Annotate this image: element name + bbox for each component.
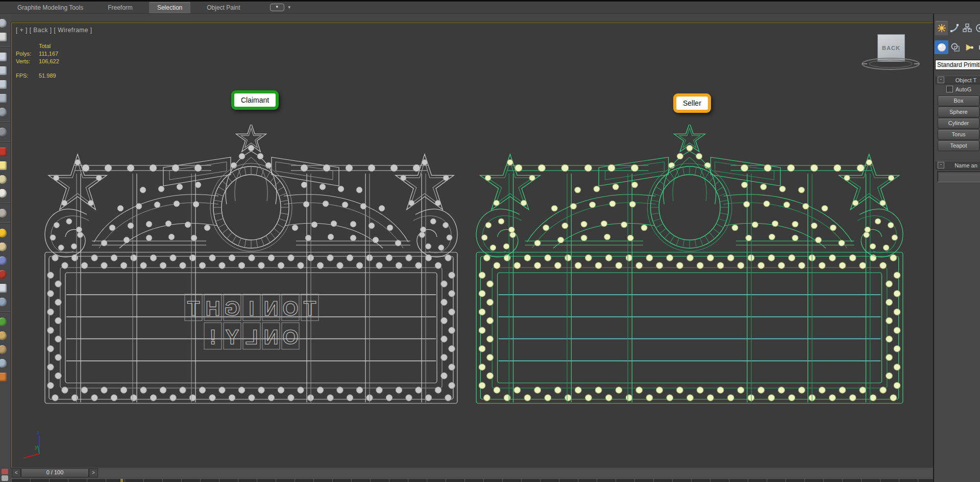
viewport-label[interactable]: [ + ] [ Back ] [ Wireframe ] (16, 27, 92, 34)
autogrid-row: AutoG (946, 86, 971, 92)
autogrid-checkbox[interactable] (946, 86, 953, 92)
object-name-field[interactable] (937, 171, 980, 182)
svg-text:T: T (304, 297, 316, 320)
rock-blue-icon[interactable] (0, 298, 7, 306)
svg-text:L: L (246, 326, 258, 348)
stats-verts-label: Verts: (16, 58, 39, 65)
sphere-red-icon[interactable] (0, 270, 7, 279)
sphere-gray-icon[interactable] (0, 128, 7, 136)
frame-marker (120, 479, 123, 482)
svg-text:G: G (224, 297, 240, 320)
viewport-statistics: Total Polys:111,167 Verts:106,622 FPS:51… (16, 42, 59, 80)
camera-icon (978, 42, 980, 53)
toolbar-separator (0, 223, 10, 224)
stats-fps-label: FPS: (16, 72, 39, 80)
collapse-icon[interactable]: - (938, 162, 944, 168)
spreadsheet-icon[interactable] (0, 80, 7, 89)
sphere-button[interactable]: Sphere (938, 107, 979, 117)
sphere-steel-icon[interactable] (0, 359, 7, 368)
teapot-button[interactable]: Teapot (938, 140, 979, 151)
speaker-icon[interactable] (0, 108, 7, 116)
shapes-category-button[interactable] (948, 40, 962, 54)
sun-icon[interactable] (0, 229, 7, 237)
corner-tool-icon[interactable] (2, 469, 8, 474)
svg-text:H: H (206, 297, 220, 320)
stats-fps-value: 51.989 (39, 72, 56, 80)
clay-blob-icon[interactable] (0, 175, 7, 184)
box-button[interactable]: Box (938, 95, 979, 106)
ribbon-tab-bar: Graphite Modeling Tools Freeform Selecti… (0, 2, 980, 14)
sticky-note-icon[interactable] (0, 161, 7, 170)
collapse-icon[interactable]: - (938, 77, 944, 83)
stats-verts-value: 106,622 (39, 58, 59, 65)
gem-icon[interactable] (0, 284, 7, 293)
hierarchy-tree-icon (963, 23, 972, 33)
next-frame-button[interactable]: > (89, 468, 98, 477)
sphere-tan-icon[interactable] (0, 243, 7, 251)
command-panel: Standard Primitiv - Object T AutoG Box S… (933, 14, 980, 482)
command-panel-tabs (935, 21, 980, 35)
toolbar-separator (0, 122, 10, 123)
axis-z-label: z (37, 429, 40, 436)
shapes-icon (950, 42, 961, 53)
texture-small-icon[interactable] (0, 373, 7, 381)
ribbon-tab-object-paint[interactable]: Object Paint (199, 2, 248, 13)
seller-object-label[interactable]: Seller (673, 93, 711, 113)
create-tab[interactable] (935, 21, 948, 35)
toolbar-separator (0, 203, 10, 204)
motion-tab[interactable] (973, 21, 980, 35)
object-type-rollout-header[interactable]: - Object T (936, 76, 980, 84)
ribbon-tab-graphite-modeling-tools[interactable]: Graphite Modeling Tools (9, 2, 91, 13)
rope-coil-icon[interactable] (0, 345, 7, 354)
svg-text:Y: Y (225, 326, 239, 348)
graph-red-icon[interactable] (0, 148, 7, 156)
name-and-color-rollout-title: Name an (947, 162, 980, 168)
primitive-category-dropdown[interactable]: Standard Primitiv (935, 60, 980, 70)
object-type-rollout-title: Object T (947, 77, 980, 83)
command-panel-categories (935, 40, 980, 54)
toolbar-separator (0, 46, 10, 47)
geometry-category-button[interactable] (935, 40, 948, 54)
svg-text:O: O (282, 297, 298, 320)
pin-icon[interactable] (0, 33, 7, 41)
svg-text:T: T (187, 297, 200, 320)
teapot-icon[interactable] (0, 19, 7, 28)
geometry-sphere-icon (937, 42, 947, 53)
autogrid-label: AutoG (955, 86, 971, 92)
ribbon-tab-freeform[interactable]: Freeform (100, 2, 141, 13)
sphere-white-icon[interactable] (0, 189, 7, 198)
name-and-color-rollout-header[interactable]: - Name an (936, 161, 980, 170)
claimant-marquee-wireframe[interactable]: TONIGHTONLY! (43, 125, 459, 406)
viewcube[interactable]: BACK (860, 31, 921, 75)
create-star-icon (937, 23, 946, 33)
world-axis-gizmo: z y (21, 429, 52, 462)
grapes-icon[interactable] (0, 256, 7, 265)
calculator-icon[interactable] (0, 66, 7, 75)
viewcube-compass-ring (860, 55, 921, 74)
viewport-back-wireframe[interactable]: [ + ] [ Back ] [ Wireframe ] Total Polys… (11, 22, 934, 468)
track-bar[interactable] (11, 478, 933, 482)
previous-frame-button[interactable]: < (12, 468, 21, 477)
axis-y-label: y (35, 444, 38, 450)
claimant-object-label[interactable]: Claimant (231, 90, 279, 110)
keyboard-icon[interactable] (0, 94, 7, 103)
corner-circle-icon[interactable] (2, 475, 8, 481)
seller-marquee-wireframe[interactable] (474, 125, 905, 406)
lights-category-button[interactable] (962, 40, 976, 54)
hair-icon[interactable] (0, 331, 7, 340)
ribbon-tab-selection[interactable]: Selection (149, 2, 190, 13)
torus-button[interactable]: Torus (938, 129, 979, 140)
time-slider[interactable]: 0 / 100 (21, 468, 89, 477)
svg-text:I: I (249, 297, 254, 320)
stats-polys-label: Polys: (16, 50, 39, 58)
grass-icon[interactable] (0, 318, 7, 326)
ribbon-options-arrow-icon[interactable]: ▼ (287, 5, 291, 10)
cameras-category-button[interactable] (976, 40, 980, 54)
minimize-ribbon-button[interactable]: ▼ (270, 4, 284, 11)
teapot-gray-icon[interactable] (0, 209, 7, 218)
spotlight-icon (964, 42, 974, 53)
modify-tab[interactable] (948, 21, 961, 35)
monitor-icon[interactable] (0, 53, 7, 61)
hierarchy-tab[interactable] (961, 21, 973, 35)
cylinder-button[interactable]: Cylinder (938, 118, 979, 129)
